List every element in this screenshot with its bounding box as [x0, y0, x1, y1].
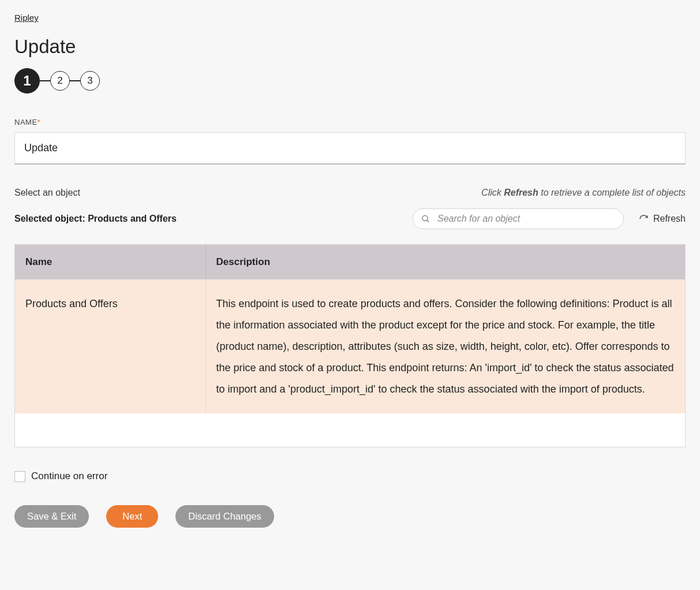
- step-2[interactable]: 2: [50, 71, 70, 91]
- name-input[interactable]: [14, 132, 686, 165]
- table-header-description[interactable]: Description: [205, 245, 685, 279]
- save-exit-button[interactable]: Save & Exit: [14, 505, 89, 528]
- refresh-icon: [639, 214, 649, 224]
- stepper: 1 2 3: [14, 68, 686, 94]
- select-object-label: Select an object: [14, 188, 80, 198]
- step-connector: [70, 80, 80, 81]
- svg-point-0: [422, 215, 428, 221]
- search-wrap: [413, 208, 624, 229]
- selected-object-label: Selected object: Products and Offers: [14, 214, 177, 224]
- step-connector: [40, 80, 50, 81]
- breadcrumb-ripley[interactable]: Ripley: [14, 13, 39, 23]
- table-cell-name: Products and Offers: [15, 279, 205, 413]
- continue-on-error-checkbox[interactable]: [14, 471, 25, 482]
- step-3[interactable]: 3: [80, 71, 100, 91]
- refresh-label: Refresh: [653, 214, 686, 224]
- svg-line-1: [427, 220, 429, 222]
- search-icon: [421, 214, 431, 224]
- required-asterisk: *: [38, 118, 41, 126]
- step-1[interactable]: 1: [14, 68, 40, 94]
- selected-value: Products and Offers: [88, 214, 177, 223]
- selected-prefix: Selected object:: [14, 214, 88, 223]
- table-row[interactable]: Products and Offers This endpoint is use…: [15, 279, 685, 413]
- objects-table: Name Description Products and Offers Thi…: [14, 244, 686, 447]
- discard-changes-button[interactable]: Discard Changes: [175, 505, 274, 528]
- hint-bold: Refresh: [504, 188, 538, 197]
- table-footer: [15, 413, 685, 447]
- hint-pre: Click: [481, 188, 504, 197]
- refresh-hint: Click Refresh to retrieve a complete lis…: [481, 188, 686, 198]
- search-input[interactable]: [413, 208, 624, 229]
- continue-on-error-label: Continue on error: [31, 470, 107, 482]
- name-label-text: NAME: [14, 118, 38, 126]
- hint-post: to retrieve a complete list of objects: [538, 188, 686, 197]
- refresh-button[interactable]: Refresh: [639, 214, 686, 224]
- page-title: Update: [14, 36, 686, 58]
- table-cell-description: This endpoint is used to create products…: [205, 279, 685, 413]
- name-label: NAME*: [14, 118, 686, 126]
- next-button[interactable]: Next: [106, 505, 158, 528]
- table-header-name[interactable]: Name: [15, 245, 205, 279]
